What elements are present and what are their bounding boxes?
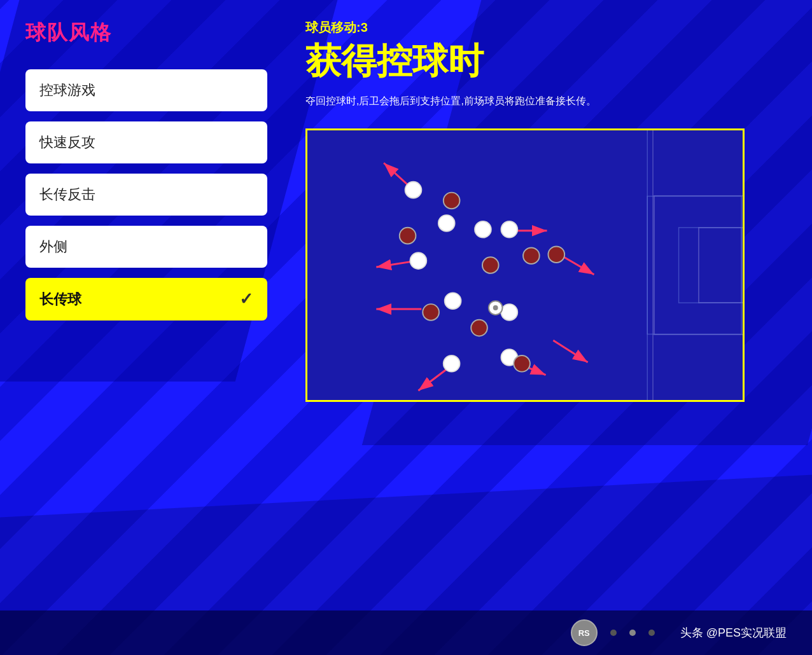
player-move-label: 球员移动:3 xyxy=(305,19,787,36)
svg-point-16 xyxy=(501,221,518,238)
svg-point-17 xyxy=(445,293,461,309)
svg-point-30 xyxy=(493,305,498,310)
right-panel: 球员移动:3 获得控球时 夺回控球时,后卫会拖后到支持位置,前场球员将跑位准备接… xyxy=(293,19,787,636)
svg-point-23 xyxy=(482,257,499,273)
svg-rect-2 xyxy=(679,228,742,303)
svg-point-15 xyxy=(410,252,427,269)
svg-point-13 xyxy=(438,215,455,231)
bottom-bar: RS 头条 @PES实况联盟 xyxy=(0,610,812,655)
svg-point-14 xyxy=(475,221,491,238)
left-panel: 球队风格 控球游戏 快速反攻 长传反击 外侧 长传球 ✓ xyxy=(25,19,293,636)
rs-badge: RS xyxy=(571,619,598,646)
menu-item-label: 控球游戏 xyxy=(39,81,95,100)
menu-list: 控球游戏 快速反攻 长传反击 外侧 长传球 ✓ xyxy=(25,69,267,321)
svg-point-26 xyxy=(423,304,439,321)
svg-point-21 xyxy=(444,192,460,209)
svg-point-25 xyxy=(548,246,564,263)
tactic-description: 夺回控球时,后卫会拖后到支持位置,前场球员将跑位准备接长传。 xyxy=(305,92,700,109)
svg-point-28 xyxy=(514,355,530,372)
menu-item-changchuanfanji[interactable]: 长传反击 xyxy=(25,174,267,216)
menu-item-label: 外侧 xyxy=(39,237,67,256)
field-diagram xyxy=(305,128,745,402)
menu-item-label: 快速反攻 xyxy=(39,133,95,152)
svg-point-24 xyxy=(523,247,540,264)
svg-point-19 xyxy=(444,355,460,372)
menu-item-changchuanqiu[interactable]: 长传球 ✓ xyxy=(25,278,267,321)
svg-point-12 xyxy=(405,182,422,198)
field-svg xyxy=(307,130,743,400)
svg-line-9 xyxy=(559,254,594,275)
menu-item-kongqiuyouxi[interactable]: 控球游戏 xyxy=(25,69,267,111)
svg-line-10 xyxy=(553,340,587,362)
dot-1 xyxy=(610,630,617,636)
menu-item-kuaisufangong[interactable]: 快速反攻 xyxy=(25,121,267,163)
tactic-title: 获得控球时 xyxy=(305,41,787,81)
check-icon: ✓ xyxy=(239,289,253,309)
svg-rect-1 xyxy=(647,196,741,334)
svg-point-18 xyxy=(501,304,518,321)
svg-point-27 xyxy=(471,320,487,336)
dot-2 xyxy=(629,630,636,636)
menu-item-waice[interactable]: 外侧 xyxy=(25,226,267,268)
menu-item-label: 长传反击 xyxy=(39,185,95,204)
svg-point-22 xyxy=(400,228,416,244)
dot-3 xyxy=(648,630,655,636)
watermark: 头条 @PES实况联盟 xyxy=(680,625,787,640)
section-title: 球队风格 xyxy=(25,19,267,47)
menu-item-label: 长传球 xyxy=(39,290,81,309)
